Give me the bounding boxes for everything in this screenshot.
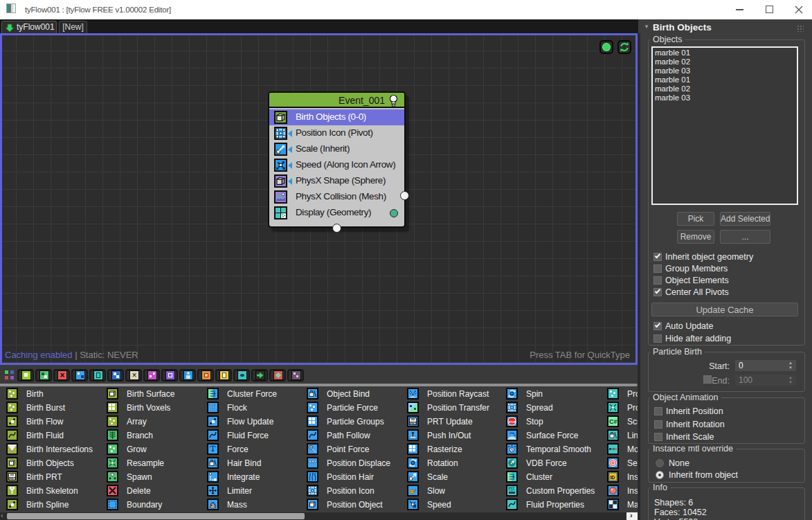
svg-text:ID: ID (610, 475, 615, 480)
svg-text:PRT: PRT (9, 476, 16, 481)
svg-text:XYZ: XYZ (508, 487, 514, 490)
svg-text:C#: C# (609, 418, 617, 425)
svg-text:PRT: PRT (410, 421, 417, 425)
svg-text:KG: KG (211, 504, 216, 508)
svg-text:STOP: STOP (509, 420, 516, 424)
